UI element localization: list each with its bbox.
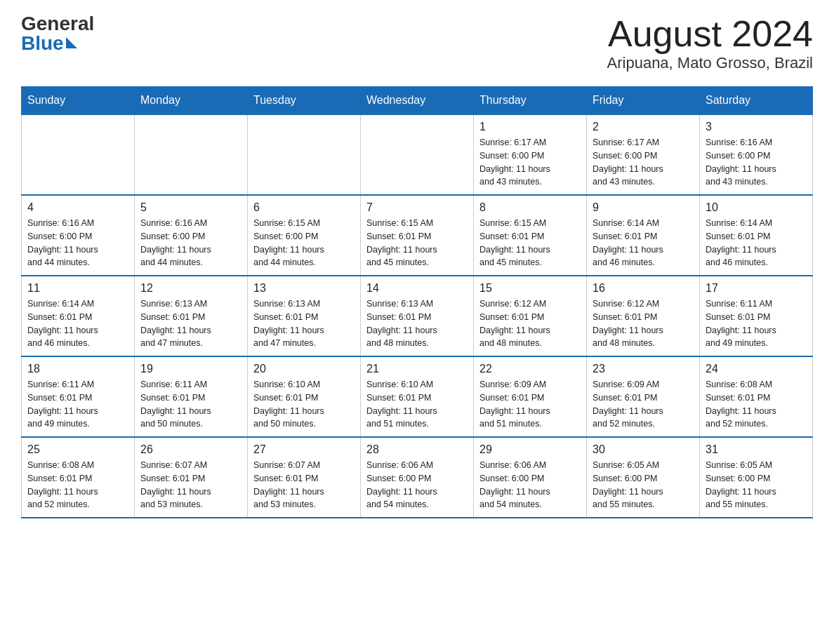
logo-general-text: General xyxy=(21,14,94,34)
day-info: Sunrise: 6:12 AMSunset: 6:01 PMDaylight:… xyxy=(479,297,581,350)
calendar-cell: 22Sunrise: 6:09 AMSunset: 6:01 PMDayligh… xyxy=(474,356,587,437)
page-header: General Blue August 2024 Aripuana, Mato … xyxy=(21,14,813,72)
calendar-cell: 4Sunrise: 6:16 AMSunset: 6:00 PMDaylight… xyxy=(22,195,135,276)
day-info: Sunrise: 6:13 AMSunset: 6:01 PMDaylight:… xyxy=(366,297,468,350)
day-info: Sunrise: 6:14 AMSunset: 6:01 PMDaylight:… xyxy=(27,297,128,350)
day-info: Sunrise: 6:16 AMSunset: 6:00 PMDaylight:… xyxy=(706,136,807,189)
calendar-cell: 18Sunrise: 6:11 AMSunset: 6:01 PMDayligh… xyxy=(22,356,135,437)
day-number: 5 xyxy=(140,201,241,214)
day-number: 31 xyxy=(706,443,807,456)
month-title: August 2024 xyxy=(607,14,813,54)
weekday-header-saturday: Saturday xyxy=(700,87,813,115)
calendar-table: SundayMondayTuesdayWednesdayThursdayFrid… xyxy=(21,86,813,518)
day-number: 27 xyxy=(253,443,355,456)
calendar-cell: 1Sunrise: 6:17 AMSunset: 6:00 PMDaylight… xyxy=(474,114,587,195)
calendar-cell xyxy=(361,114,474,195)
day-number: 1 xyxy=(479,121,581,133)
calendar-cell: 20Sunrise: 6:10 AMSunset: 6:01 PMDayligh… xyxy=(248,356,361,437)
day-number: 30 xyxy=(593,443,694,456)
day-number: 14 xyxy=(366,282,468,295)
calendar-cell: 11Sunrise: 6:14 AMSunset: 6:01 PMDayligh… xyxy=(22,276,135,356)
calendar-cell: 26Sunrise: 6:07 AMSunset: 6:01 PMDayligh… xyxy=(135,437,248,518)
day-number: 11 xyxy=(27,282,128,295)
calendar-cell: 27Sunrise: 6:07 AMSunset: 6:01 PMDayligh… xyxy=(248,437,361,518)
day-number: 25 xyxy=(27,443,128,456)
calendar-cell: 21Sunrise: 6:10 AMSunset: 6:01 PMDayligh… xyxy=(361,356,474,437)
calendar-cell: 23Sunrise: 6:09 AMSunset: 6:01 PMDayligh… xyxy=(587,356,700,437)
day-info: Sunrise: 6:13 AMSunset: 6:01 PMDaylight:… xyxy=(253,297,355,350)
day-info: Sunrise: 6:11 AMSunset: 6:01 PMDaylight:… xyxy=(706,297,807,350)
day-info: Sunrise: 6:10 AMSunset: 6:01 PMDaylight:… xyxy=(366,378,468,431)
day-info: Sunrise: 6:06 AMSunset: 6:00 PMDaylight:… xyxy=(366,459,468,511)
day-number: 16 xyxy=(593,282,694,295)
logo-triangle-icon xyxy=(66,37,77,48)
day-number: 2 xyxy=(593,121,694,133)
day-number: 22 xyxy=(479,363,581,375)
day-info: Sunrise: 6:09 AMSunset: 6:01 PMDaylight:… xyxy=(479,378,581,431)
day-number: 29 xyxy=(479,443,581,456)
day-info: Sunrise: 6:17 AMSunset: 6:00 PMDaylight:… xyxy=(593,136,694,189)
weekday-header-tuesday: Tuesday xyxy=(248,87,361,115)
day-number: 8 xyxy=(479,201,581,214)
day-info: Sunrise: 6:14 AMSunset: 6:01 PMDaylight:… xyxy=(593,217,694,269)
day-info: Sunrise: 6:13 AMSunset: 6:01 PMDaylight:… xyxy=(140,297,241,350)
day-number: 15 xyxy=(479,282,581,295)
calendar-cell xyxy=(22,114,135,195)
weekday-header-thursday: Thursday xyxy=(474,87,587,115)
calendar-header-row: SundayMondayTuesdayWednesdayThursdayFrid… xyxy=(22,87,813,115)
day-number: 23 xyxy=(593,363,694,375)
day-number: 17 xyxy=(706,282,807,295)
day-info: Sunrise: 6:07 AMSunset: 6:01 PMDaylight:… xyxy=(140,459,241,511)
calendar-cell: 13Sunrise: 6:13 AMSunset: 6:01 PMDayligh… xyxy=(248,276,361,356)
calendar-cell: 17Sunrise: 6:11 AMSunset: 6:01 PMDayligh… xyxy=(700,276,813,356)
logo: General Blue xyxy=(21,14,94,53)
day-info: Sunrise: 6:07 AMSunset: 6:01 PMDaylight:… xyxy=(253,459,355,511)
weekday-header-monday: Monday xyxy=(135,87,248,115)
calendar-week-row: 25Sunrise: 6:08 AMSunset: 6:01 PMDayligh… xyxy=(22,437,813,518)
day-number: 13 xyxy=(253,282,355,295)
day-info: Sunrise: 6:05 AMSunset: 6:00 PMDaylight:… xyxy=(706,459,807,511)
calendar-cell: 5Sunrise: 6:16 AMSunset: 6:00 PMDaylight… xyxy=(135,195,248,276)
calendar-cell: 6Sunrise: 6:15 AMSunset: 6:00 PMDaylight… xyxy=(248,195,361,276)
day-number: 24 xyxy=(706,363,807,375)
day-info: Sunrise: 6:15 AMSunset: 6:01 PMDaylight:… xyxy=(366,217,468,269)
calendar-cell: 10Sunrise: 6:14 AMSunset: 6:01 PMDayligh… xyxy=(700,195,813,276)
day-info: Sunrise: 6:05 AMSunset: 6:00 PMDaylight:… xyxy=(593,459,694,511)
day-number: 3 xyxy=(706,121,807,133)
day-number: 6 xyxy=(253,201,355,214)
calendar-cell: 14Sunrise: 6:13 AMSunset: 6:01 PMDayligh… xyxy=(361,276,474,356)
title-block: August 2024 Aripuana, Mato Grosso, Brazi… xyxy=(607,14,813,72)
calendar-cell: 7Sunrise: 6:15 AMSunset: 6:01 PMDaylight… xyxy=(361,195,474,276)
day-info: Sunrise: 6:14 AMSunset: 6:01 PMDaylight:… xyxy=(706,217,807,269)
day-info: Sunrise: 6:09 AMSunset: 6:01 PMDaylight:… xyxy=(593,378,694,431)
calendar-cell xyxy=(248,114,361,195)
day-info: Sunrise: 6:17 AMSunset: 6:00 PMDaylight:… xyxy=(479,136,581,189)
calendar-cell: 19Sunrise: 6:11 AMSunset: 6:01 PMDayligh… xyxy=(135,356,248,437)
calendar-cell: 28Sunrise: 6:06 AMSunset: 6:00 PMDayligh… xyxy=(361,437,474,518)
day-info: Sunrise: 6:10 AMSunset: 6:01 PMDaylight:… xyxy=(253,378,355,431)
day-number: 21 xyxy=(366,363,468,375)
day-info: Sunrise: 6:16 AMSunset: 6:00 PMDaylight:… xyxy=(27,217,128,269)
day-number: 19 xyxy=(140,363,241,375)
day-number: 7 xyxy=(366,201,468,214)
calendar-week-row: 11Sunrise: 6:14 AMSunset: 6:01 PMDayligh… xyxy=(22,276,813,356)
calendar-week-row: 4Sunrise: 6:16 AMSunset: 6:00 PMDaylight… xyxy=(22,195,813,276)
calendar-week-row: 18Sunrise: 6:11 AMSunset: 6:01 PMDayligh… xyxy=(22,356,813,437)
weekday-header-sunday: Sunday xyxy=(22,87,135,115)
day-number: 9 xyxy=(593,201,694,214)
day-info: Sunrise: 6:15 AMSunset: 6:01 PMDaylight:… xyxy=(479,217,581,269)
day-info: Sunrise: 6:11 AMSunset: 6:01 PMDaylight:… xyxy=(140,378,241,431)
calendar-cell: 31Sunrise: 6:05 AMSunset: 6:00 PMDayligh… xyxy=(700,437,813,518)
day-info: Sunrise: 6:06 AMSunset: 6:00 PMDaylight:… xyxy=(479,459,581,511)
weekday-header-friday: Friday xyxy=(587,87,700,115)
weekday-header-wednesday: Wednesday xyxy=(361,87,474,115)
day-info: Sunrise: 6:08 AMSunset: 6:01 PMDaylight:… xyxy=(27,459,128,511)
calendar-cell: 24Sunrise: 6:08 AMSunset: 6:01 PMDayligh… xyxy=(700,356,813,437)
calendar-cell: 8Sunrise: 6:15 AMSunset: 6:01 PMDaylight… xyxy=(474,195,587,276)
day-info: Sunrise: 6:11 AMSunset: 6:01 PMDaylight:… xyxy=(27,378,128,431)
day-number: 20 xyxy=(253,363,355,375)
calendar-cell: 12Sunrise: 6:13 AMSunset: 6:01 PMDayligh… xyxy=(135,276,248,356)
day-number: 12 xyxy=(140,282,241,295)
day-info: Sunrise: 6:12 AMSunset: 6:01 PMDaylight:… xyxy=(593,297,694,350)
calendar-cell: 3Sunrise: 6:16 AMSunset: 6:00 PMDaylight… xyxy=(700,114,813,195)
